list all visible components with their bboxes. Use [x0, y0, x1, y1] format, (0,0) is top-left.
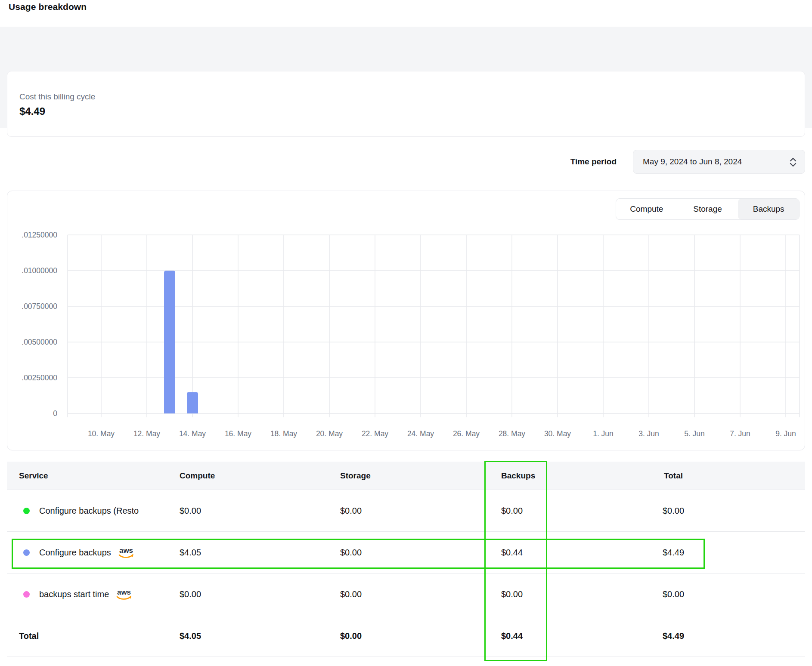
col-header-storage: Storage — [340, 471, 501, 481]
x-axis-tick-label: 10. May — [88, 429, 115, 438]
total-compute: $4.05 — [180, 631, 340, 641]
page-title: Usage breakdown — [9, 2, 87, 12]
chart-tab-group: Compute Storage Backups — [616, 198, 800, 220]
table-header-row: Service Compute Storage Backups Total — [7, 462, 805, 490]
x-axis-tick-label: 18. May — [270, 429, 297, 438]
cell-compute: $4.05 — [180, 548, 340, 558]
summary-section: Cost this billing cycle $4.49 — [0, 27, 812, 128]
table-row-highlighted: Configure backups aws $4.05 $0.00 $0.44 … — [7, 532, 805, 574]
x-axis-tick-label: 3. Jun — [638, 429, 659, 438]
aws-logo-icon: aws — [115, 588, 133, 603]
cell-compute: $0.00 — [180, 589, 340, 599]
x-axis-tick-label: 5. Jun — [684, 429, 705, 438]
y-axis-tick-label: 0 — [53, 409, 57, 418]
table-total-row: Total $4.05 $0.00 $0.44 $4.49 — [7, 615, 805, 657]
y-axis-tick-label: .01250000 — [22, 231, 57, 239]
select-updown-icon — [788, 157, 798, 167]
cell-backups: $0.00 — [501, 506, 626, 516]
total-backups: $0.44 — [501, 631, 626, 641]
x-axis-tick-label: 12. May — [133, 429, 160, 438]
series-dot-pink — [23, 591, 30, 598]
x-axis-tick-label: 22. May — [362, 429, 388, 438]
time-period-row: Time period May 9, 2024 to Jun 8, 2024 — [0, 150, 805, 174]
y-axis-tick-label: .00250000 — [22, 373, 57, 382]
cell-compute: $0.00 — [180, 506, 340, 516]
cell-backups: $0.44 — [501, 548, 626, 558]
usage-table: Service Compute Storage Backups Total Co… — [7, 462, 805, 657]
x-axis-tick-label: 28. May — [499, 429, 525, 438]
table-row: backups start time aws $0.00 $0.00 $0.00… — [7, 574, 805, 615]
y-axis-tick-label: .01000000 — [22, 266, 57, 275]
service-name: Configure backups — [39, 548, 111, 558]
aws-logo-icon: aws — [117, 546, 135, 561]
usage-chart-card: Compute Storage Backups .01250000.010000… — [7, 191, 805, 450]
usage-bar-chart: .01250000.01000000.00750000.00500000.002… — [7, 191, 805, 450]
cell-total: $0.00 — [626, 506, 805, 516]
service-name: Configure backups (Resto — [39, 506, 139, 516]
x-axis-tick-label: 14. May — [179, 429, 206, 438]
x-axis-tick-label: 24. May — [407, 429, 434, 438]
col-header-total: Total — [626, 471, 805, 481]
total-storage: $0.00 — [340, 631, 501, 641]
cell-total: $0.00 — [626, 589, 805, 599]
cost-card-value: $4.49 — [19, 105, 805, 117]
y-axis-tick-label: .00500000 — [22, 338, 57, 346]
col-header-compute: Compute — [180, 471, 340, 481]
usage-bar-13-May[interactable] — [164, 271, 175, 413]
x-axis-tick-label: 9. Jun — [775, 429, 796, 438]
total-total: $4.49 — [626, 631, 805, 641]
x-axis-tick-label: 7. Jun — [730, 429, 750, 438]
time-period-select[interactable]: May 9, 2024 to Jun 8, 2024 — [633, 150, 805, 174]
x-axis-tick-label: 30. May — [544, 429, 571, 438]
cell-storage: $0.00 — [340, 589, 501, 599]
table-row: Configure backups (Resto $0.00 $0.00 $0.… — [7, 490, 805, 532]
col-header-service: Service — [7, 471, 180, 481]
x-axis-tick-label: 20. May — [316, 429, 343, 438]
series-dot-green — [23, 508, 30, 514]
cell-storage: $0.00 — [340, 548, 501, 558]
svg-text:aws: aws — [117, 588, 131, 596]
tab-compute[interactable]: Compute — [616, 199, 677, 219]
tab-backups[interactable]: Backups — [738, 199, 799, 219]
total-label: Total — [7, 631, 180, 641]
y-axis-tick-label: .00750000 — [22, 302, 57, 311]
cost-card-label: Cost this billing cycle — [19, 92, 805, 102]
time-period-selected-value: May 9, 2024 to Jun 8, 2024 — [643, 157, 742, 166]
x-axis-tick-label: 16. May — [225, 429, 251, 438]
x-axis-tick-label: 26. May — [453, 429, 480, 438]
svg-text:aws: aws — [119, 546, 133, 555]
cell-storage: $0.00 — [340, 506, 501, 516]
usage-bar-14-May[interactable] — [187, 392, 198, 413]
cost-card: Cost this billing cycle $4.49 — [7, 71, 805, 137]
series-dot-blue — [23, 549, 30, 556]
cell-backups: $0.00 — [501, 589, 626, 599]
tab-storage[interactable]: Storage — [677, 199, 738, 219]
col-header-backups: Backups — [501, 471, 626, 481]
service-name: backups start time — [39, 589, 109, 599]
cell-total: $4.49 — [626, 548, 805, 558]
x-axis-tick-label: 1. Jun — [593, 429, 614, 438]
time-period-label: Time period — [570, 157, 617, 166]
